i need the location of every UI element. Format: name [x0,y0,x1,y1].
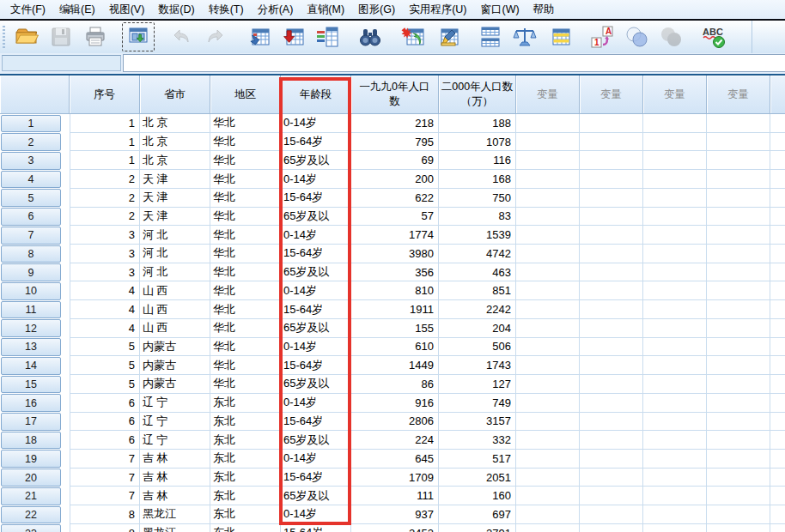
cell[interactable]: 1 [70,114,140,133]
cell[interactable] [516,133,580,152]
cell[interactable]: 山 西 [140,319,210,338]
cell[interactable] [580,394,643,413]
row-number-button[interactable]: 12 [1,319,61,337]
cell[interactable] [770,189,785,208]
cell[interactable] [580,524,643,532]
column-header-9[interactable]: 变量 [643,76,707,114]
cell[interactable]: 东北 [210,487,281,505]
cell[interactable]: 东北 [210,505,281,524]
cell[interactable] [580,245,643,263]
goto-variable-button[interactable] [276,21,310,52]
cell[interactable] [770,524,785,532]
cell[interactable]: 吉 林 [140,450,210,469]
row-number-button[interactable]: 8 [1,245,61,263]
insert-cases-button[interactable] [396,21,430,52]
open-data-button[interactable] [9,21,44,52]
cell[interactable]: 916 [351,394,439,413]
cell[interactable] [770,431,785,450]
cell[interactable] [770,170,785,189]
cell[interactable]: 1774 [351,226,439,245]
cell[interactable]: 2 [70,189,140,208]
cell[interactable] [643,413,707,432]
cell[interactable]: 东北 [210,524,281,532]
cell[interactable]: 111 [351,487,439,505]
cell[interactable] [580,189,643,208]
cell[interactable]: 1743 [439,356,516,375]
cell[interactable] [770,375,785,394]
cell[interactable] [707,338,770,357]
column-header-8[interactable]: 变量 [580,76,643,114]
cell[interactable]: 华北 [210,356,281,375]
cell[interactable] [643,356,707,375]
cell[interactable] [707,133,770,152]
cell[interactable] [580,114,643,133]
cell[interactable]: 1709 [351,469,439,487]
cell[interactable]: 69 [351,151,439,170]
cell[interactable] [580,375,643,394]
variables-button[interactable] [310,21,344,52]
cell[interactable]: 0-14岁 [281,226,351,245]
cell[interactable] [770,263,785,282]
cell[interactable]: 65岁及以 [281,151,351,170]
cell[interactable] [707,189,770,208]
cell[interactable]: 辽 宁 [140,394,210,413]
row-number-button[interactable]: 2 [1,133,61,151]
menu-item-2[interactable]: 视图(V) [102,1,152,19]
cell[interactable]: 北 京 [140,114,210,133]
cell[interactable] [707,413,770,432]
cell[interactable]: 河 北 [140,226,210,245]
cell[interactable]: 辽 宁 [140,431,210,450]
cell[interactable]: 7 [70,450,140,469]
cell[interactable] [516,338,580,357]
cell[interactable] [707,170,770,189]
cell[interactable]: 749 [439,394,516,413]
find-button[interactable] [353,21,387,52]
column-header-5[interactable]: 一九九0年人口 数 [351,76,439,114]
row-number-button[interactable]: 10 [1,282,61,300]
cell[interactable]: 15-64岁 [281,133,351,152]
cell[interactable] [516,524,580,532]
cell[interactable]: 天 津 [140,189,210,208]
cell[interactable]: 河 北 [140,263,210,282]
cell[interactable] [643,487,707,505]
cell[interactable] [707,469,770,487]
cell[interactable] [580,226,643,245]
cell[interactable] [707,263,770,282]
column-header-7[interactable]: 变量 [516,76,580,114]
cell[interactable]: 东北 [210,394,281,413]
cell[interactable]: 3 [70,245,140,263]
cell[interactable]: 15-64岁 [281,356,351,375]
cell[interactable] [707,487,770,505]
row-number-button[interactable]: 17 [1,413,61,431]
cell[interactable] [643,170,707,189]
cell[interactable]: 3157 [439,413,516,432]
print-button[interactable] [78,21,113,52]
cell[interactable] [643,208,707,227]
cell[interactable] [770,208,785,227]
cell[interactable]: 天 津 [140,170,210,189]
cell[interactable] [516,431,580,450]
cell[interactable] [643,245,707,263]
cell[interactable]: 东北 [210,431,281,450]
row-number-button[interactable]: 5 [1,189,61,207]
cell[interactable]: 7 [70,487,140,505]
cell[interactable] [516,245,580,263]
cell[interactable]: 东北 [210,469,281,487]
corner-header-cell[interactable] [0,76,70,114]
insert-variable-button[interactable] [430,21,465,52]
cell[interactable] [643,394,707,413]
cell[interactable]: 华北 [210,245,281,263]
cell[interactable]: 204 [439,319,516,338]
cell[interactable]: 华北 [210,319,281,338]
cell[interactable] [770,151,785,170]
cell[interactable]: 1 [70,151,140,170]
cell[interactable] [580,133,643,152]
cell[interactable]: 155 [351,319,439,338]
cell[interactable]: 86 [351,375,439,394]
cell[interactable]: 2 [70,208,140,227]
cell[interactable] [770,487,785,505]
cell[interactable] [707,375,770,394]
cell[interactable]: 5 [70,356,140,375]
cell[interactable] [707,114,770,133]
cell[interactable] [707,208,770,227]
